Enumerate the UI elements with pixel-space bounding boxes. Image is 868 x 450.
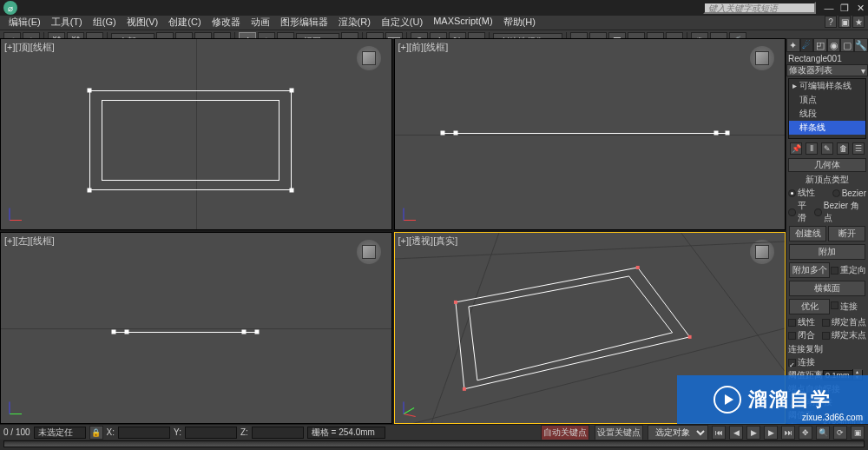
configure-button[interactable]: ☰ [852,142,865,155]
unique-button[interactable]: ✎ [821,142,833,155]
show-result-button[interactable]: Ⅱ [806,142,818,155]
linear-check[interactable] [788,319,796,327]
menu-modifiers[interactable]: 修改器 [207,16,246,30]
menu-customize[interactable]: 自定义(U) [376,16,428,30]
viewport-top[interactable]: [+][顶][线框] [0,38,392,230]
mod-so-vertex[interactable]: 顶点 [789,93,865,107]
remove-mod-button[interactable]: 🗑 [837,142,849,155]
menu-grapheditors[interactable]: 图形编辑器 [275,16,333,30]
object-name-field[interactable]: Rectangle001 [786,52,868,64]
viewcube-left[interactable] [357,240,381,264]
minimize-button[interactable]: — [821,0,837,16]
menu-help[interactable]: 帮助(H) [498,16,541,30]
tab-motion[interactable]: ◉ [827,38,841,52]
attach-button[interactable]: 附加 [789,244,865,260]
play-button[interactable]: ▶ [746,426,760,440]
viewport-left[interactable]: [+][左][线框] [0,232,392,424]
closed-check[interactable] [788,332,796,340]
menu-animation[interactable]: 动画 [246,16,275,30]
modifier-stack[interactable]: ▸ 可编辑样条线 顶点 线段 样条线 [788,78,866,139]
x-field[interactable] [118,427,170,439]
tab-modify[interactable]: ☄ [800,38,814,52]
key-filter[interactable]: 选定对象 [648,425,708,440]
pan-button[interactable]: ✥ [799,426,812,440]
pin-stack-button[interactable]: 📌 [790,142,802,155]
tr-icon-3[interactable]: ★ [852,16,865,28]
threshold-spinner[interactable]: 0.1mm [823,370,863,381]
orbit-button[interactable]: ⟳ [833,426,847,440]
label-linear: 线性 [798,187,815,199]
tab-utilities[interactable]: 🔧 [854,38,868,52]
z-field[interactable] [252,427,304,439]
autoweld-check[interactable] [788,399,796,407]
axis-gizmo [6,392,32,418]
tab-create[interactable]: ✦ [786,38,800,52]
zoom-button[interactable]: 🔍 [816,426,830,440]
menu-group[interactable]: 组(G) [88,16,122,30]
threshold2-spinner[interactable]: 279.4mm [820,416,866,424]
vertex [290,89,294,93]
goto-end-button[interactable]: ⏭ [781,426,795,440]
tab-display[interactable]: ▢ [840,38,854,52]
tr-icon-1[interactable]: ? [825,16,837,28]
setkey-button[interactable]: 设置关键点 [595,425,643,440]
mod-stack-tools: 📌 Ⅱ ✎ 🗑 ☰ [786,141,868,156]
menu-tools[interactable]: 工具(T) [46,16,88,30]
vertex [453,131,457,136]
prev-frame-button[interactable]: ◀ [729,426,743,440]
viewcube-top[interactable] [357,46,381,70]
create-line-button[interactable]: 创建线 [789,226,826,242]
maximize-button[interactable]: ▣ [851,426,865,440]
next-frame-button[interactable]: ▶ [764,426,778,440]
mod-so-segment[interactable]: 线段 [789,107,865,121]
menu-bar[interactable]: 编辑(E) 工具(T) 组(G) 视图(V) 创建(C) 修改器 动画 图形编辑… [0,16,868,30]
timeline[interactable] [0,440,868,450]
bindfirst-check[interactable] [822,319,830,327]
axis-gizmo [6,198,32,224]
menu-create[interactable]: 创建(C) [163,16,206,30]
command-tabs: ✦ ☄ ◰ ◉ ▢ 🔧 [786,38,868,52]
tr-icon-2[interactable]: ▣ [838,16,851,28]
viewport-perspective[interactable]: [+][透视][真实] [394,232,786,424]
reorient-label: 重定向 [840,264,866,276]
app-logo [3,1,17,15]
modifier-list-dropdown[interactable]: 修改器列表▾ [786,64,868,76]
search-input[interactable] [703,2,816,14]
viewport-label-front[interactable]: [+][前][线框] [398,41,449,54]
menu-rendering[interactable]: 渲染(R) [333,16,376,30]
viewcube-front[interactable] [750,46,774,70]
restore-button[interactable]: ❐ [837,0,852,16]
label-smooth: 平滑 [798,200,814,224]
y-field[interactable] [185,427,237,439]
reorient-check[interactable] [831,267,838,275]
viewport-label-top[interactable]: [+][顶][线框] [4,41,55,54]
rollout-geometry[interactable]: 几何体 [788,158,866,172]
radio-bezcorner[interactable] [814,208,822,216]
radio-linear[interactable] [788,189,796,197]
viewport-front[interactable]: [+][前][线框] [394,38,786,230]
break-button[interactable]: 断开 [828,226,865,242]
goto-start-button[interactable]: ⏮ [712,426,726,440]
lock-button[interactable]: 🔒 [89,426,103,440]
close-button[interactable]: ✕ [852,0,868,16]
menu-edit[interactable]: 编辑(E) [3,16,46,30]
autokey-button[interactable]: 自动关键点 [541,425,589,440]
menu-maxscript[interactable]: MAXScript(M) [428,16,497,30]
radio-bezier[interactable] [832,189,840,197]
svg-rect-8 [635,266,639,269]
mod-so-spline[interactable]: 样条线 [789,121,865,135]
radio-smooth[interactable] [788,208,796,216]
bindend-check[interactable] [822,332,830,340]
connect-check[interactable] [831,301,838,309]
persp-grid [395,233,786,424]
svg-marker-4 [455,268,689,389]
linear-label: 线性 [798,316,815,328]
connectcopy-check[interactable] [788,359,796,367]
tab-hierarchy[interactable]: ◰ [813,38,827,52]
attach-mult-button[interactable]: 附加多个 [789,262,830,278]
mod-editable-spline[interactable]: ▸ 可编辑样条线 [789,79,865,93]
menu-views[interactable]: 视图(V) [122,16,164,30]
refine-button[interactable]: 优化 [789,299,830,314]
viewport-label-left[interactable]: [+][左][线框] [4,235,55,248]
cross-section-button[interactable]: 横截面 [789,281,865,296]
